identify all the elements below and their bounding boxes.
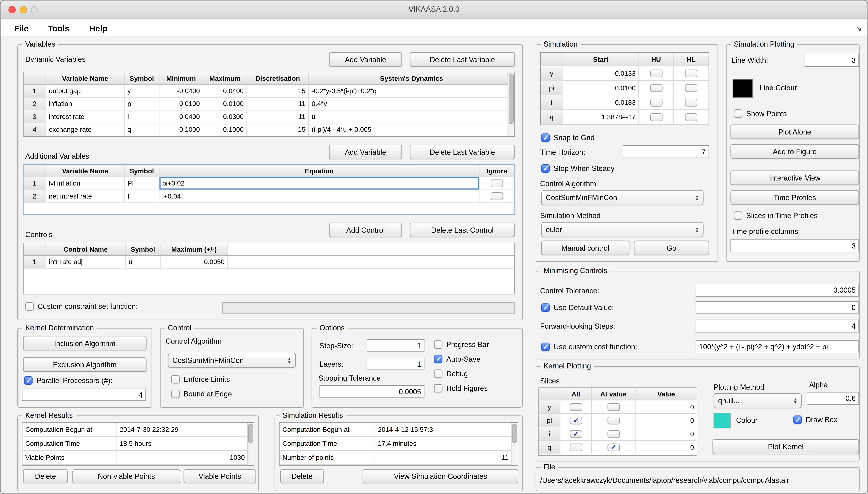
discretisation-cell[interactable]: 15 [247,124,309,136]
value-cell[interactable]: 0 [635,427,697,440]
ignore-checkbox[interactable] [491,179,503,187]
default-value-field[interactable]: 0 [696,301,859,314]
dynamics-cell[interactable]: -0.2*y-0.5*(i-pi)+0.2*q [309,85,514,97]
processors-field[interactable]: 4 [22,388,146,401]
parallel-processors-checkbox[interactable] [24,376,33,385]
viable-points-button[interactable]: Viable Points [184,470,256,483]
at-value-checkbox[interactable] [607,443,620,451]
minimum-cell[interactable]: -0.1000 [160,124,203,136]
manual-control-button[interactable]: Manual control [541,241,630,255]
variable-name-cell[interactable]: inflation [46,98,125,110]
debug-checkbox[interactable] [434,369,442,378]
nonviable-points-button[interactable]: Non-viable Points [72,470,180,483]
value-cell[interactable]: 0 [635,414,697,427]
maximum-cell[interactable]: 0.0100 [203,98,247,110]
use-default-value-checkbox[interactable] [541,303,550,312]
at-value-checkbox[interactable] [607,430,620,438]
kernel-colour-swatch[interactable] [713,413,730,429]
dynamics-cell[interactable]: 0.4*y [309,98,514,110]
plot-alone-button[interactable]: Plot Alone [730,125,859,139]
kernel-delete-button[interactable]: Delete [23,470,68,483]
scrollbar-thumb[interactable] [248,424,253,443]
variable-name-cell[interactable]: lvl inflation [46,177,125,190]
hold-figures-checkbox[interactable] [434,384,442,393]
scrollbar-thumb[interactable] [512,424,517,443]
at-value-checkbox[interactable] [607,416,620,424]
value-cell[interactable]: 0 [635,441,697,454]
hl-checkbox[interactable] [685,84,697,92]
slices-in-time-profiles-checkbox[interactable] [734,211,742,220]
plot-kernel-button[interactable]: Plot Kernel [712,439,859,454]
at-value-checkbox[interactable] [607,403,620,411]
ignore-checkbox[interactable] [491,192,503,200]
start-cell[interactable]: 1.3878e-17 [563,110,639,124]
discretisation-cell[interactable]: 15 [247,85,309,97]
symbol-cell[interactable]: u [126,256,161,268]
delete-last-control-button[interactable]: Delete Last Control [410,223,515,237]
maximum-cell[interactable]: 0.0300 [203,111,247,123]
variable-name-cell[interactable]: interest rate [46,111,125,123]
minimum-cell[interactable]: -0.0400 [160,111,203,123]
dock-icon[interactable] [856,20,862,36]
enforce-limits-checkbox[interactable] [171,375,180,383]
scrollbar-thumb[interactable] [509,73,514,124]
add-to-figure-button[interactable]: Add to Figure [730,144,859,159]
control-algorithm-dropdown[interactable]: CostSumMinFMinCon [168,353,296,368]
forward-looking-steps-field[interactable]: 4 [696,320,859,332]
menu-file[interactable]: File [14,20,29,36]
dynamics-cell[interactable]: u [309,111,514,123]
add-additional-variable-button[interactable]: Add Variable [329,145,402,159]
custom-constraint-checkbox[interactable] [25,302,34,311]
vertical-scrollbar[interactable] [247,423,254,466]
simulation-method-dropdown[interactable]: euler [541,222,704,237]
variable-name-cell[interactable]: exchange rate [46,124,125,136]
start-cell[interactable]: 0.0100 [563,81,639,95]
value-cell[interactable]: 0 [635,400,697,414]
time-profile-columns-field[interactable]: 3 [730,240,859,252]
equation-cell-selected[interactable]: pi+0.02 [160,177,480,190]
add-control-button[interactable]: Add Control [329,223,402,237]
maximum-cell[interactable]: 0.0050 [161,256,228,268]
delete-last-dynamic-variable-button[interactable]: Delete Last Variable [410,52,515,67]
symbol-cell[interactable]: q [125,124,160,136]
file-path[interactable]: /Users/jacekkrawczyk/Documents/laptop/re… [540,476,789,484]
draw-box-checkbox[interactable] [793,415,802,424]
all-checkbox[interactable] [569,416,582,424]
symbol-cell[interactable]: I [125,190,160,203]
interactive-view-button[interactable]: Interactive View [730,171,859,185]
stopping-tolerance-field[interactable]: 0.0005 [320,385,424,398]
auto-save-checkbox[interactable] [434,355,442,363]
stop-when-steady-checkbox[interactable] [541,164,550,173]
vertical-scrollbar[interactable] [508,72,514,136]
symbol-cell[interactable]: pi [125,98,160,110]
all-checkbox[interactable] [569,403,582,411]
layers-field[interactable]: 1 [366,358,424,370]
exclusion-algorithm-button[interactable]: Exclusion Algorithm [23,357,146,372]
symbol-cell[interactable]: i [125,111,160,123]
step-size-field[interactable]: 1 [366,339,424,352]
minimum-cell[interactable]: -0.0100 [160,98,203,110]
line-width-field[interactable]: 3 [804,54,859,67]
hl-checkbox[interactable] [685,113,697,121]
plotting-method-dropdown[interactable]: qhull... [713,393,802,408]
hl-checkbox[interactable] [685,69,697,77]
symbol-cell[interactable]: PI [125,177,160,190]
go-button[interactable]: Go [634,241,709,255]
symbol-cell[interactable]: y [125,85,160,97]
variable-name-cell[interactable]: net intrest rate [46,190,125,203]
hu-checkbox[interactable] [650,69,662,77]
maximum-cell[interactable]: 0.0400 [203,85,247,97]
discretisation-cell[interactable]: 11 [247,111,309,123]
variable-name-cell[interactable]: output gap [46,85,125,97]
hu-checkbox[interactable] [650,113,662,121]
bound-at-edge-checkbox[interactable] [171,390,180,398]
view-simulation-coordinates-button[interactable]: View Simulation Coordinates [363,470,518,483]
discretisation-cell[interactable]: 11 [247,98,309,110]
show-points-checkbox[interactable] [734,109,742,118]
control-tolerance-field[interactable]: 0.0005 [696,284,859,297]
equation-cell[interactable]: i+0.04 [160,190,480,203]
snap-to-grid-checkbox[interactable] [541,134,550,142]
add-dynamic-variable-button[interactable]: Add Variable [329,52,402,67]
custom-constraint-field[interactable] [222,302,515,314]
time-horizon-field[interactable]: 7 [623,145,709,158]
